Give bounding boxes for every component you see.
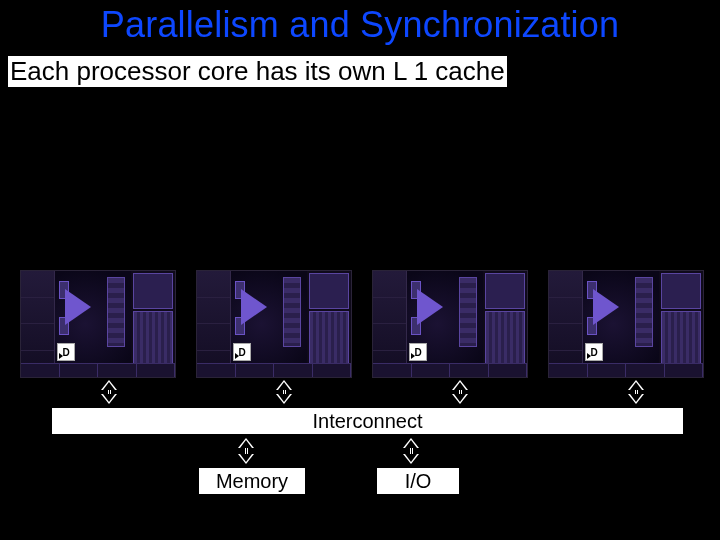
slide: Parallelism and Synchronization Each pro… [0,0,720,540]
mmu-icon [485,273,525,309]
cpu-core: D [548,270,704,378]
io-box: I/O [375,466,461,496]
alu-icon [59,279,105,339]
bus-arrow-icon [237,438,255,464]
slide-title: Parallelism and Synchronization [0,4,720,46]
register-file-icon [107,277,125,347]
dff-icon: D [409,343,427,361]
alu-icon [411,279,457,339]
dff-icon: D [57,343,75,361]
interconnect-box: Interconnect [50,406,685,436]
register-file-icon [459,277,477,347]
memory-label: Memory [216,470,288,493]
alu-icon [235,279,281,339]
bus-arrow-icon [451,380,469,404]
register-file-icon [283,277,301,347]
cores-row: D D D [20,270,716,378]
io-label: I/O [405,470,432,493]
alu-icon [587,279,633,339]
memory-box: Memory [197,466,307,496]
cpu-core: D [20,270,176,378]
bus-arrow-icon [100,380,118,404]
dff-icon: D [233,343,251,361]
mmu-icon [133,273,173,309]
mmu-icon [309,273,349,309]
slide-subtitle: Each processor core has its own L 1 cach… [8,56,507,87]
mmu-icon [661,273,701,309]
bus-arrow-icon [275,380,293,404]
bus-arrow-icon [402,438,420,464]
cpu-core: D [196,270,352,378]
interconnect-label: Interconnect [312,410,422,433]
dff-icon: D [585,343,603,361]
cpu-core: D [372,270,528,378]
bus-arrow-icon [627,380,645,404]
register-file-icon [635,277,653,347]
